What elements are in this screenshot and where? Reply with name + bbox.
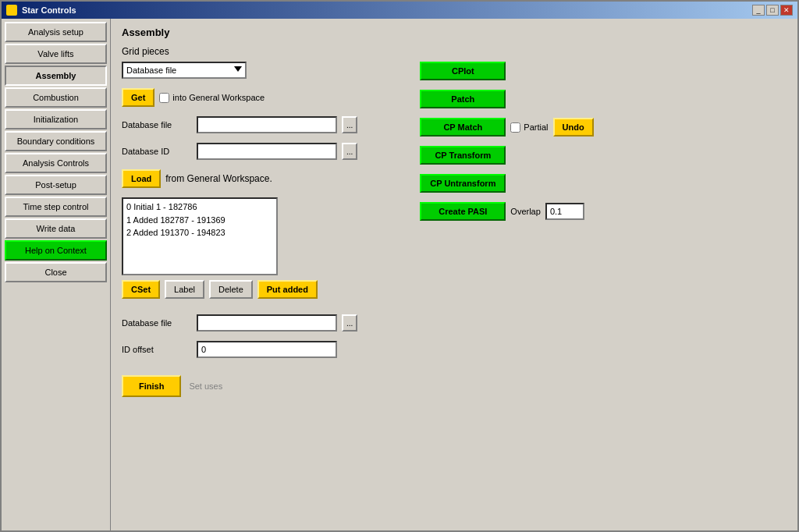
close-window-button[interactable]: ✕ — [780, 5, 793, 16]
database-id-row: Database ID ... — [122, 143, 357, 160]
cp-untransform-button[interactable]: CP Untransform — [420, 174, 506, 193]
cp-untransform-row: CP Untransform — [420, 174, 593, 193]
set-uses-label: Set uses — [189, 381, 222, 391]
id-offset-label: ID offset — [122, 345, 192, 354]
app-icon — [6, 5, 17, 16]
sidebar-item-combustion[interactable]: Combustion — [5, 87, 107, 108]
cp-match-row: CP Match Partial Undo — [420, 118, 593, 137]
bottom-db-file-label: Database file — [122, 318, 192, 328]
overlap-label: Overlap — [510, 207, 541, 216]
grid-pieces-label: Grid pieces — [122, 46, 787, 57]
sidebar-item-help-on-context[interactable]: Help on Context — [5, 240, 107, 261]
load-row: Load from General Workspace. — [122, 169, 357, 188]
id-offset-input[interactable] — [197, 341, 337, 358]
content-area: Analysis setup Valve lifts Assembly Comb… — [2, 19, 797, 530]
finish-button[interactable]: Finish — [122, 375, 181, 397]
window-title: Star Controls — [22, 5, 76, 15]
grid-pieces-list[interactable]: 0 Initial 1 - 182786 1 Added 182787 - 19… — [122, 197, 278, 275]
patch-button[interactable]: Patch — [420, 90, 506, 108]
list-item[interactable]: 2 Added 191370 - 194823 — [125, 226, 275, 239]
cset-button[interactable]: CSet — [122, 280, 160, 299]
database-id-label: Database ID — [122, 147, 192, 156]
id-offset-row: ID offset — [122, 341, 357, 358]
panel-title: Assembly — [122, 27, 787, 38]
bottom-db-file-input[interactable] — [197, 314, 337, 332]
finish-row: Finish Set uses — [122, 375, 357, 397]
sidebar-item-assembly[interactable]: Assembly — [5, 66, 107, 86]
patch-row: Patch — [420, 90, 593, 108]
database-id-browse-button[interactable]: ... — [342, 143, 357, 160]
cp-match-button[interactable]: CP Match — [420, 118, 506, 137]
undo-button[interactable]: Undo — [553, 118, 594, 137]
database-file-combo-wrapper: Database file — [122, 62, 247, 79]
database-file-dropdown[interactable]: Database file — [122, 62, 247, 79]
database-file-input[interactable] — [197, 116, 337, 133]
sidebar-item-boundary-conditions[interactable]: Boundary conditions — [5, 131, 107, 151]
bottom-db-file-row: Database file ... — [122, 314, 357, 332]
get-button[interactable]: Get — [122, 88, 154, 107]
into-workspace-label: into General Workspace — [159, 93, 265, 103]
put-added-button[interactable]: Put added — [257, 280, 318, 299]
partial-label: Partial — [510, 122, 548, 133]
database-id-input[interactable] — [197, 143, 337, 160]
main-window: Star Controls _ □ ✕ Analysis setup Valve… — [0, 0, 799, 532]
dropdown-row: Database file — [122, 62, 357, 79]
sidebar-item-close[interactable]: Close — [5, 262, 107, 282]
from-workspace-label: from General Workspace. — [165, 173, 272, 184]
cp-transform-row: CP Transform — [420, 146, 593, 165]
title-bar: Star Controls _ □ ✕ — [2, 2, 797, 19]
cplot-button[interactable]: CPlot — [420, 62, 506, 80]
sidebar-item-analysis-setup[interactable]: Analysis setup — [5, 22, 107, 42]
delete-button[interactable]: Delete — [209, 280, 253, 299]
database-file-label: Database file — [122, 120, 192, 129]
bottom-db-file-browse-button[interactable]: ... — [342, 314, 357, 332]
get-row: Get into General Workspace — [122, 88, 357, 107]
into-workspace-checkbox[interactable] — [159, 93, 169, 103]
sidebar-item-time-step-control[interactable]: Time step control — [5, 197, 107, 217]
database-file-row: Database file ... — [122, 116, 357, 133]
title-bar-left: Star Controls — [6, 5, 76, 16]
load-button[interactable]: Load — [122, 169, 161, 188]
overlap-input[interactable] — [545, 203, 584, 220]
main-panel: Assembly Grid pieces Database file — [111, 19, 797, 530]
sidebar-item-write-data[interactable]: Write data — [5, 218, 107, 239]
right-buttons-column: CPlot Patch CP Match Partial Undo — [420, 62, 593, 397]
cplot-row: CPlot — [420, 62, 593, 80]
list-item[interactable]: 0 Initial 1 - 182786 — [125, 200, 275, 214]
maximize-button[interactable]: □ — [766, 5, 779, 16]
create-pasi-button[interactable]: Create PASI — [420, 202, 506, 221]
label-button[interactable]: Label — [165, 280, 204, 299]
sidebar: Analysis setup Valve lifts Assembly Comb… — [2, 19, 111, 530]
list-item[interactable]: 1 Added 182787 - 191369 — [125, 214, 275, 227]
sidebar-item-post-setup[interactable]: Post-setup — [5, 175, 107, 195]
minimize-button[interactable]: _ — [752, 5, 765, 16]
sidebar-item-analysis-controls[interactable]: Analysis Controls — [5, 153, 107, 173]
action-buttons-row: CSet Label Delete Put added — [122, 280, 357, 299]
sidebar-item-valve-lifts[interactable]: Valve lifts — [5, 44, 107, 64]
title-bar-buttons: _ □ ✕ — [752, 5, 793, 16]
database-file-browse-button[interactable]: ... — [342, 116, 357, 133]
partial-checkbox[interactable] — [510, 122, 520, 133]
create-pasi-row: Create PASI Overlap — [420, 202, 593, 221]
sidebar-item-initialization[interactable]: Initialization — [5, 109, 107, 129]
cp-transform-button[interactable]: CP Transform — [420, 146, 506, 165]
